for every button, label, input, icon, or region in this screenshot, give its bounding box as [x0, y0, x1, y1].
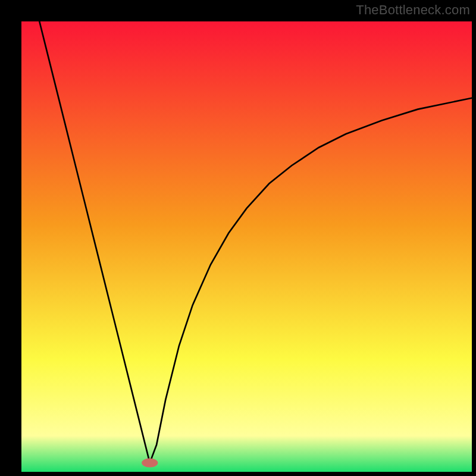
- bottleneck-curve-chart: [21, 21, 472, 472]
- chart-frame: TheBottleneck.com: [0, 0, 476, 476]
- watermark-text: TheBottleneck.com: [356, 2, 470, 18]
- plot-area: [21, 21, 472, 472]
- minimum-marker: [142, 458, 158, 467]
- gradient-background: [21, 21, 472, 472]
